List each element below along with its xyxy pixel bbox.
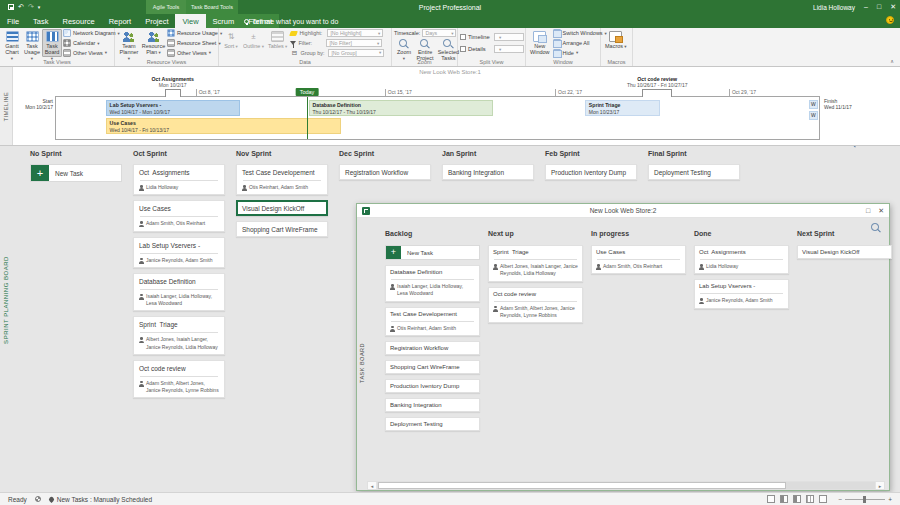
timeline-bar-sprint-triage[interactable]: Sprint TriageMon 10/23/17: [585, 100, 660, 116]
tab-project[interactable]: Project: [138, 14, 175, 28]
minimize-button[interactable]: –: [864, 0, 868, 14]
team-planner-button[interactable]: Team Planner: [117, 29, 141, 57]
new-tasks-mode[interactable]: New Tasks : Manually Scheduled: [49, 496, 152, 503]
view-gantt-icon[interactable]: [767, 495, 775, 503]
task-board-window-titlebar[interactable]: New Look Web Store:2 □ ✕: [357, 204, 889, 218]
accessibility-icon[interactable]: [35, 496, 41, 502]
task-card[interactable]: Lab Setup Vservers -Janice Reynolds, Ada…: [694, 279, 789, 308]
task-card[interactable]: Visual Design KickOff: [797, 245, 892, 259]
task-card[interactable]: Production Iventory Dump: [385, 379, 480, 393]
overlay-close-button[interactable]: ✕: [878, 207, 884, 215]
qat-customize-icon[interactable]: ▾: [38, 4, 41, 10]
scrollbar-thumb[interactable]: [378, 482, 786, 489]
view-task-usage-icon[interactable]: [780, 495, 788, 503]
card-stack: Use CasesAdam Smith, Otis Reinhart: [591, 245, 686, 274]
highlight-select[interactable]: [No Highlight]: [327, 29, 383, 37]
task-card[interactable]: Banking Integration: [442, 164, 534, 180]
timeline-select[interactable]: [494, 33, 524, 41]
task-usage-button[interactable]: Task Usage: [22, 29, 42, 57]
group-by-select[interactable]: [No Group]: [328, 49, 384, 57]
timeline-band[interactable]: Oct 8, '17Oct 15, '17Oct 22, '17Oct 29, …: [55, 96, 820, 140]
filter-select[interactable]: [No Filter]: [326, 39, 382, 47]
task-card[interactable]: Database DefinitionIsaiah Langer, Lidia …: [385, 265, 480, 302]
network-diagram-button[interactable]: Network Diagram: [63, 29, 120, 38]
task-card[interactable]: Use CasesAdam Smith, Otis Reinhart: [591, 245, 686, 274]
task-card[interactable]: Production Iventory Dump: [545, 164, 637, 180]
zoom-out-icon[interactable]: −: [838, 496, 842, 503]
view-board-icon[interactable]: [819, 495, 827, 503]
tell-me-box[interactable]: Tell me what you want to do: [236, 14, 346, 28]
other-views-button[interactable]: Other Views: [63, 48, 120, 57]
timeline-bar-lab-setup-vservers[interactable]: Lab Setup Vservers -Wed 10/4/17 - Mon 10…: [106, 100, 240, 116]
task-card[interactable]: Banking Integration: [385, 398, 480, 412]
arrange-all-button[interactable]: Arrange All: [553, 39, 607, 48]
gantt-chart-button[interactable]: Gantt Chart: [2, 29, 22, 57]
horizontal-scrollbar[interactable]: ◂ ▸: [367, 481, 885, 490]
macros-button[interactable]: Macros: [603, 29, 629, 57]
new-task-button[interactable]: +New Task: [385, 245, 480, 260]
resource-plan-button[interactable]: Resource Plan: [141, 29, 166, 57]
new-task-button[interactable]: +New Task: [30, 164, 122, 182]
task-card[interactable]: Lab Setup Vservers -Janice Reynolds, Ada…: [133, 237, 225, 268]
task-card[interactable]: Visual Design KickOff: [236, 200, 328, 216]
new-window-button[interactable]: New Window: [528, 29, 552, 57]
close-button[interactable]: ✕: [890, 0, 896, 14]
collapse-ribbon-icon[interactable]: ∧: [890, 58, 894, 64]
details-checkbox[interactable]: [460, 46, 466, 52]
calendar-button[interactable]: Calendar: [63, 39, 120, 48]
other-views-button[interactable]: Other Views: [167, 48, 222, 57]
tables-button[interactable]: Tables: [266, 29, 289, 57]
task-card[interactable]: Shopping Cart WireFrame: [385, 360, 480, 374]
task-card[interactable]: Test Case DevelopementOtis Reinhart, Ada…: [236, 164, 328, 195]
tab-resource[interactable]: Resource: [56, 14, 102, 28]
task-card[interactable]: Deployment Testing: [648, 164, 740, 180]
task-card[interactable]: Registration Workflow: [339, 164, 431, 180]
tab-report[interactable]: Report: [102, 14, 139, 28]
task-board-button[interactable]: Task Board: [42, 29, 62, 57]
sort-button[interactable]: ⇅Sort: [221, 29, 241, 57]
task-card[interactable]: Test Case DevelopementOtis Reinhart, Ada…: [385, 307, 480, 336]
timeline-milestone[interactable]: Oct code reviewThu 10/26/17 - Fri 10/27/…: [627, 76, 688, 88]
scroll-right-icon[interactable]: ▸: [875, 482, 884, 489]
task-card[interactable]: Deployment Testing: [385, 417, 480, 431]
switch-windows-button[interactable]: Switch Windows: [553, 29, 607, 38]
scroll-left-icon[interactable]: ◂: [368, 482, 377, 489]
tab-file[interactable]: File: [0, 14, 26, 28]
task-card[interactable]: Use CasesAdam Smith, Otis Reinhart: [133, 200, 225, 231]
task-card[interactable]: Oct AssignmentsLidia Holloway: [133, 164, 225, 195]
maximize-button[interactable]: □: [877, 0, 881, 14]
outline-button[interactable]: ±Outline: [241, 29, 266, 57]
task-card[interactable]: Shopping Cart WireFrame: [236, 221, 328, 237]
zoom-in-icon[interactable]: +: [888, 496, 892, 503]
undo-icon[interactable]: ↶: [18, 3, 24, 11]
task-card[interactable]: Database DefinitionIsaiah Langer, Lidia …: [133, 273, 225, 312]
redo-icon[interactable]: ↷: [28, 3, 34, 11]
timeline-bar-use-cases[interactable]: Use CasesWed 10/4/17 - Fri 10/13/17: [106, 118, 341, 134]
task-card[interactable]: Oct AssignmentsLidia Holloway: [694, 245, 789, 274]
ribbon-group-body: TimelineDetails: [458, 28, 525, 58]
zoom-slider-thumb[interactable]: [863, 496, 866, 503]
resource-sheet-button[interactable]: Resource Sheet: [167, 39, 222, 48]
timeline-checkbox[interactable]: [460, 34, 466, 40]
feedback-smiley-icon[interactable]: [886, 16, 894, 24]
save-icon[interactable]: [8, 4, 14, 10]
timescale-select[interactable]: Days: [422, 29, 456, 37]
overlay-maximize-button[interactable]: □: [866, 207, 870, 215]
resource-usage-button[interactable]: Resource Usage: [167, 29, 222, 38]
hide-button[interactable]: Hide: [553, 48, 607, 57]
view-team-planner-icon[interactable]: [793, 495, 801, 503]
tab-view[interactable]: View: [175, 14, 205, 28]
task-card[interactable]: Sprint TriageAlbert Jones, Isaiah Langer…: [488, 245, 583, 282]
details-select[interactable]: [494, 45, 524, 53]
zoom-slider[interactable]: [845, 499, 885, 500]
view-sheet-icon[interactable]: [806, 495, 814, 503]
task-card[interactable]: Oct code reviewAdam Smith, Albert Jones,…: [488, 287, 583, 324]
timeline-bar-database-definition[interactable]: Database DefinitionThu 10/12/17 - Thu 10…: [309, 100, 494, 116]
tab-task[interactable]: Task: [26, 14, 55, 28]
arrange-all-label: Arrange All: [563, 40, 590, 46]
task-card[interactable]: Oct code reviewAdam Smith, Albert Jones,…: [133, 360, 225, 399]
task-card[interactable]: Registration Workflow: [385, 341, 480, 355]
timeline-milestone[interactable]: Oct AssignmentsMon 10/2/17: [151, 76, 193, 88]
task-card[interactable]: Sprint TriageAlbert Jones, Isaiah Langer…: [133, 316, 225, 355]
scrollbar-track[interactable]: [377, 482, 875, 489]
